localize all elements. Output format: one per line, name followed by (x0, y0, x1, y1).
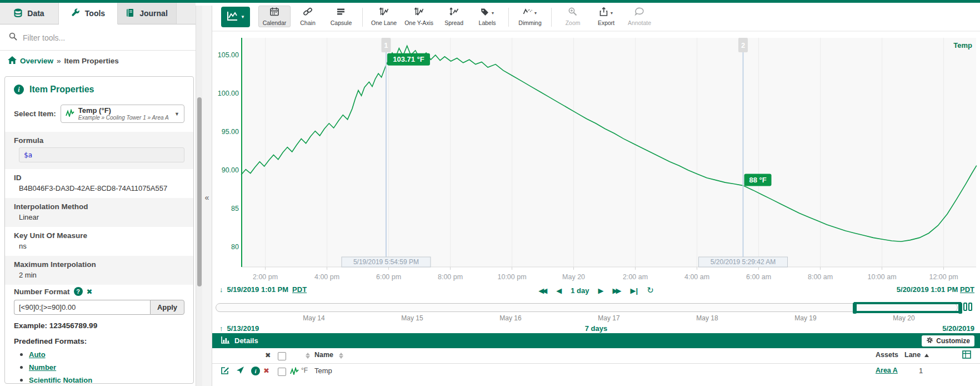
property-fields: Formula$aIDB4B046F3-DA3D-42AE-8CD8-74A11… (14, 132, 184, 285)
sort-ascending-icon[interactable] (924, 354, 929, 357)
asset-columns-icon[interactable] (962, 350, 971, 360)
slider-date-labels: May 14May 15May 16May 17May 18May 19May … (212, 314, 980, 322)
y-axis-tick-label: 85 (231, 205, 239, 212)
view-mode-button[interactable]: ▼ (221, 7, 250, 27)
toolbar-button-label: Capsule (331, 19, 352, 26)
column-header-lane[interactable]: Lane (904, 351, 921, 359)
capsule-marker-number: 1 (384, 41, 388, 50)
sort-icon[interactable] (306, 353, 310, 359)
date-range-slider-track[interactable] (216, 303, 958, 312)
remove-item-icon[interactable]: ✖ (263, 367, 269, 375)
tab-tools[interactable]: Tools (59, 3, 118, 24)
legend-temp[interactable]: Temp (953, 41, 972, 50)
select-all-checkbox[interactable] (278, 352, 286, 362)
breadcrumb-separator: » (57, 57, 61, 65)
search-placeholder: Filter tools... (23, 33, 65, 42)
example-label: Example: (14, 321, 47, 330)
time-navigation-row: ↓ 5/19/2019 1:01 PM PDT ◀◀ ◀ 1 day ▶ ▶▶ … (212, 284, 980, 298)
step-controls: ◀◀ ◀ 1 day ▶ ▶▶ ▶| ↻ (212, 285, 980, 295)
annotate-icon (634, 7, 644, 19)
property-interpolation-method: Interpolation MethodLinear (5, 198, 193, 227)
column-header-assets[interactable]: Assets (876, 351, 898, 359)
duration-label[interactable]: 1 day (571, 286, 589, 295)
toolbar-button-capsule[interactable]: Capsule (325, 6, 357, 27)
selection-left-handle[interactable] (853, 303, 857, 314)
step-to-end-button[interactable]: ▶| (631, 286, 638, 295)
sort-icon[interactable] (339, 353, 343, 359)
row-checkbox[interactable] (278, 368, 286, 378)
home-icon[interactable] (8, 56, 17, 66)
toolbar-button-spread[interactable]: Spread (438, 6, 470, 27)
range-end-time[interactable]: 5/20/2019 1:01 PM (897, 285, 958, 294)
zoom-icon (568, 7, 578, 19)
plot-area[interactable] (242, 38, 976, 267)
signal-icon (290, 367, 299, 377)
selection-right-handle[interactable] (958, 303, 962, 314)
predefined-format-link-scientific-notation[interactable]: Scientific Notation (29, 376, 92, 384)
toolbar-button-labels[interactable]: ▼Labels (471, 6, 503, 27)
investigate-icon[interactable] (236, 366, 244, 376)
resize-selection-icon[interactable] (963, 303, 972, 311)
sidebar-collapse-button[interactable]: « (202, 6, 212, 386)
refresh-icon[interactable]: ↻ (647, 285, 654, 295)
x-axis-tick-label: 4:00 am (684, 273, 709, 281)
dimming-icon (523, 7, 533, 19)
property-label: Interpolation Method (14, 202, 184, 211)
clear-format-icon[interactable]: ✖ (87, 288, 93, 296)
step-back-double-button[interactable]: ◀◀ (538, 286, 545, 295)
item-info-icon[interactable]: i (251, 367, 260, 375)
slider-end-date[interactable]: 5/20/2019 (942, 324, 974, 333)
slider-date-label: May 15 (401, 314, 423, 322)
capsule-timestamp-text: 5/19/2019 5:54:59 PM (353, 258, 419, 266)
filter-tools-search[interactable]: Filter tools... (0, 24, 196, 51)
predefined-format-link-number[interactable]: Number (29, 363, 56, 372)
tab-label: Journal (139, 9, 168, 18)
timezone-link[interactable]: PDT (960, 285, 974, 294)
tab-data[interactable]: Data (0, 3, 59, 24)
tab-journal[interactable]: Journal (118, 3, 177, 24)
property-value: ns (19, 242, 184, 250)
toolbar-button-export[interactable]: ▼Export (590, 6, 622, 27)
row-name[interactable]: Temp (314, 367, 332, 375)
toolbar-button-chain[interactable]: Chain (292, 6, 324, 27)
toolbar-button-dimming[interactable]: ▼Dimming (514, 6, 546, 27)
step-forward-button[interactable]: ▶ (598, 286, 604, 295)
chevron-down-icon: ▼ (491, 11, 495, 15)
chevron-down-icon: ▼ (534, 11, 538, 15)
slider-date-label: May 19 (794, 314, 816, 322)
number-format-input[interactable] (14, 300, 150, 315)
select-item-label: Select Item: (14, 110, 56, 118)
details-table-header: ✖ Name Assets Lane (212, 348, 980, 364)
toolbar-button-one-lane[interactable]: One Lane (368, 6, 400, 27)
slider-span[interactable]: 7 days (212, 324, 980, 333)
column-header-name[interactable]: Name (314, 351, 333, 359)
customize-button[interactable]: Customize (922, 335, 974, 347)
date-range-selection[interactable] (854, 302, 961, 313)
x-axis-tick-label: 4:00 pm (314, 273, 339, 281)
step-back-button[interactable]: ◀ (556, 286, 562, 295)
toolbar-button-one-y-axis[interactable]: One Y-Axis (401, 6, 437, 27)
row-asset-link[interactable]: Area A (876, 367, 898, 374)
trend-chart[interactable]: 2:00 pm4:00 pm6:00 pm8:00 pm10:00 pmMay … (212, 31, 980, 281)
item-select-dropdown[interactable]: Temp (°F) Example » Cooling Tower 1 » Ar… (61, 105, 184, 123)
apply-button[interactable]: Apply (150, 300, 184, 315)
chevron-down-icon: ▼ (610, 11, 614, 15)
toolbar-button-calendar[interactable]: Calendar (258, 6, 291, 27)
edit-properties-icon[interactable] (221, 366, 229, 377)
list-item: Auto (29, 349, 184, 359)
step-forward-double-button[interactable]: ▶▶ (613, 286, 619, 295)
scrollbar-thumb[interactable] (197, 97, 202, 286)
signal-icon (66, 109, 74, 119)
chain-icon (303, 7, 313, 19)
help-icon[interactable]: ? (74, 287, 83, 296)
property-label: Maximum Interpolation (14, 260, 184, 269)
x-axis-tick-label: 2:00 am (623, 273, 648, 281)
range-end: 5/20/2019 1:01 PM PDT (897, 285, 974, 294)
remove-all-icon[interactable]: ✖ (265, 351, 271, 359)
breadcrumb: Overview » Item Properties (0, 51, 196, 71)
formula-input[interactable]: $a (19, 147, 184, 162)
y-axis-tick-label: 95.00 (222, 128, 239, 136)
sidebar: Data Tools Journal Filter tools... Overv… (0, 3, 196, 386)
breadcrumb-overview-link[interactable]: Overview (20, 57, 53, 65)
predefined-format-link-auto[interactable]: Auto (29, 350, 46, 359)
